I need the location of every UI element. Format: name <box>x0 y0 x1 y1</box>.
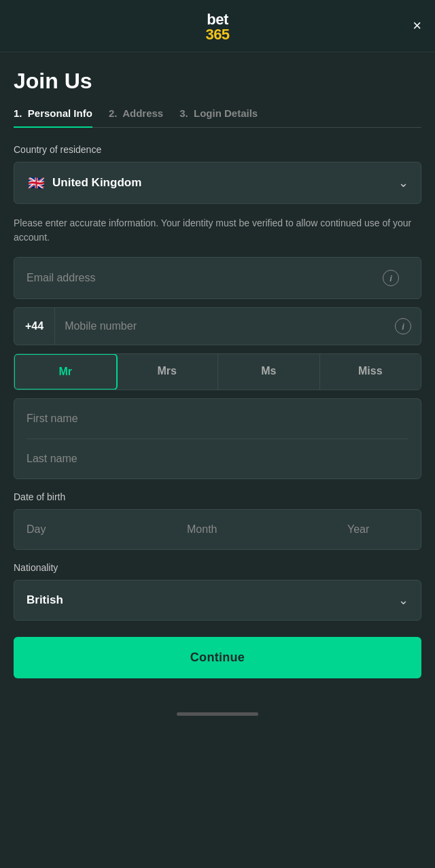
tab-personal-info[interactable]: 1. Personal Info <box>14 107 92 127</box>
home-bar <box>177 712 258 716</box>
phone-prefix: +44 <box>14 308 55 345</box>
last-name-input[interactable] <box>14 439 421 479</box>
title-selector: Mr Mrs Ms Miss <box>14 353 421 390</box>
logo: bet 365 <box>205 12 229 42</box>
header: bet 365 × <box>0 0 435 52</box>
chevron-down-icon: ⌄ <box>398 175 408 190</box>
dob-day-input[interactable] <box>14 510 175 549</box>
country-flag: 🇬🇧 <box>27 173 46 192</box>
email-field-wrapper[interactable]: i <box>14 257 421 299</box>
title-mr[interactable]: Mr <box>14 353 118 390</box>
title-miss[interactable]: Miss <box>320 354 421 389</box>
nationality-chevron-icon: ⌄ <box>398 593 408 608</box>
country-label: Country of residence <box>14 144 421 155</box>
form-content: Join Us 1. Personal Info 2. Address 3. L… <box>0 52 435 706</box>
country-dropdown[interactable]: 🇬🇧 United Kingdom ⌄ <box>14 162 421 204</box>
title-ms[interactable]: Ms <box>218 354 320 389</box>
email-input[interactable] <box>27 272 383 284</box>
email-info-icon: i <box>383 270 399 286</box>
nationality-dropdown[interactable]: British ⌄ <box>14 580 421 621</box>
page-title: Join Us <box>14 52 421 107</box>
dob-fields <box>14 509 421 550</box>
phone-input[interactable] <box>55 308 395 345</box>
dob-month-input[interactable] <box>175 510 335 549</box>
first-name-input[interactable] <box>14 399 421 438</box>
nationality-label: Nationality <box>14 562 421 573</box>
nationality-value: British <box>27 593 63 607</box>
title-mrs[interactable]: Mrs <box>117 354 219 389</box>
close-button[interactable]: × <box>413 18 421 33</box>
country-value: United Kingdom <box>52 176 141 190</box>
name-fields <box>14 398 421 479</box>
info-text: Please enter accurate information. Your … <box>14 216 421 245</box>
logo-bet: bet <box>207 12 228 27</box>
dob-year-input[interactable] <box>335 510 421 549</box>
continue-button[interactable]: Continue <box>14 637 421 678</box>
tab-login-details[interactable]: 3. Login Details <box>179 107 258 127</box>
tab-address[interactable]: 2. Address <box>109 107 163 127</box>
step-tabs: 1. Personal Info 2. Address 3. Login Det… <box>14 107 421 128</box>
dob-label: Date of birth <box>14 491 421 502</box>
logo-365: 365 <box>205 27 229 42</box>
home-indicator <box>0 706 435 727</box>
phone-info-icon: i <box>395 318 411 334</box>
phone-field-wrapper[interactable]: +44 i <box>14 307 421 345</box>
